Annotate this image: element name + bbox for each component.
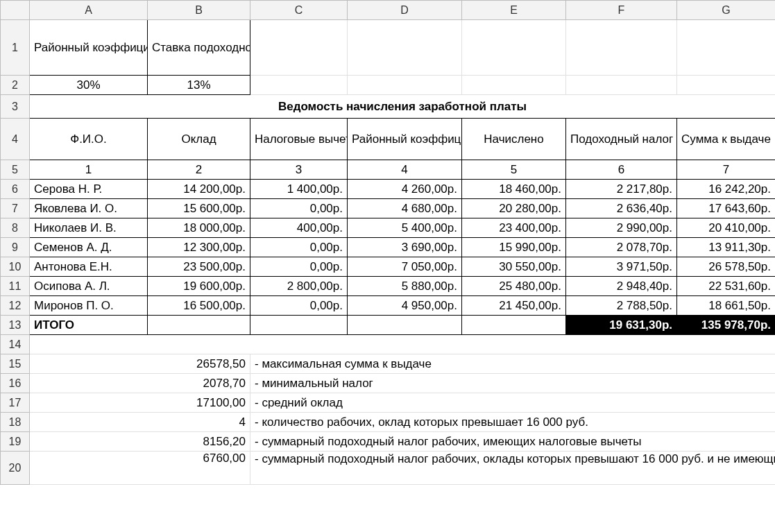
row-header-18[interactable]: 18 xyxy=(1,413,30,432)
cell-G12[interactable]: 18 661,50р. xyxy=(677,296,776,316)
cell-E5[interactable]: 5 xyxy=(462,160,566,180)
cell-E12[interactable]: 21 450,00р. xyxy=(462,296,566,316)
cell-B6[interactable]: 14 200,00р. xyxy=(148,180,250,199)
row-header-17[interactable]: 17 xyxy=(1,393,30,413)
cell-row14[interactable] xyxy=(30,335,776,354)
cell-G6[interactable]: 16 242,20р. xyxy=(677,180,776,199)
cell-G4[interactable]: Сумма к выдаче xyxy=(677,119,776,160)
cell-C7[interactable]: 0,00р. xyxy=(250,199,348,218)
cell-D1[interactable] xyxy=(348,20,462,76)
cell-val-20[interactable]: 6760,00 xyxy=(30,452,250,485)
cell-F7[interactable]: 2 636,40р. xyxy=(566,199,677,218)
cell-C2[interactable] xyxy=(250,76,348,95)
cell-desc-15[interactable]: - максимальная сумма к выдаче xyxy=(250,354,776,374)
cell-F13[interactable]: 19 631,30р. xyxy=(566,316,677,335)
cell-A6[interactable]: Серова Н. Р. xyxy=(30,180,148,199)
cell-E8[interactable]: 23 400,00р. xyxy=(462,218,566,238)
cell-B13[interactable] xyxy=(148,316,250,335)
cell-D12[interactable]: 4 950,00р. xyxy=(348,296,462,316)
cell-A7[interactable]: Яковлева И. О. xyxy=(30,199,148,218)
cell-F12[interactable]: 2 788,50р. xyxy=(566,296,677,316)
row-header-15[interactable]: 15 xyxy=(1,354,30,374)
cell-D8[interactable]: 5 400,00р. xyxy=(348,218,462,238)
col-header-F[interactable]: F xyxy=(566,1,677,20)
cell-B9[interactable]: 12 300,00р. xyxy=(148,238,250,257)
cell-B8[interactable]: 18 000,00р. xyxy=(148,218,250,238)
cell-E1[interactable] xyxy=(462,20,566,76)
cell-C6[interactable]: 1 400,00р. xyxy=(250,180,348,199)
cell-B2[interactable]: 13% xyxy=(148,76,250,95)
row-header-12[interactable]: 12 xyxy=(1,296,30,316)
cell-F5[interactable]: 6 xyxy=(566,160,677,180)
cell-E11[interactable]: 25 480,00р. xyxy=(462,277,566,296)
cell-C13[interactable] xyxy=(250,316,348,335)
cell-G5[interactable]: 7 xyxy=(677,160,776,180)
cell-desc-17[interactable]: - средний оклад xyxy=(250,393,776,413)
row-header-6[interactable]: 6 xyxy=(1,180,30,199)
cell-G13[interactable]: 135 978,70р. xyxy=(677,316,776,335)
cell-B11[interactable]: 19 600,00р. xyxy=(148,277,250,296)
cell-E7[interactable]: 20 280,00р. xyxy=(462,199,566,218)
cell-A10[interactable]: Антонова Е.Н. xyxy=(30,257,148,277)
row-header-11[interactable]: 11 xyxy=(1,277,30,296)
cell-F1[interactable] xyxy=(566,20,677,76)
cell-D4[interactable]: Районный коэффициент xyxy=(348,119,462,160)
cell-C11[interactable]: 2 800,00р. xyxy=(250,277,348,296)
cell-E4[interactable]: Начислено xyxy=(462,119,566,160)
cell-D2[interactable] xyxy=(348,76,462,95)
row-header-16[interactable]: 16 xyxy=(1,374,30,393)
cell-C8[interactable]: 400,00р. xyxy=(250,218,348,238)
cell-D10[interactable]: 7 050,00р. xyxy=(348,257,462,277)
cell-B1[interactable]: Ставка подоходного налога ( n) xyxy=(148,20,250,76)
row-header-3[interactable]: 3 xyxy=(1,95,30,119)
spreadsheet[interactable]: A B C D E F G 1 Районный коэффициент (k)… xyxy=(0,0,775,485)
cell-C12[interactable]: 0,00р. xyxy=(250,296,348,316)
cell-E6[interactable]: 18 460,00р. xyxy=(462,180,566,199)
cell-D9[interactable]: 3 690,00р. xyxy=(348,238,462,257)
col-header-G[interactable]: G xyxy=(677,1,776,20)
row-header-9[interactable]: 9 xyxy=(1,238,30,257)
col-header-E[interactable]: E xyxy=(462,1,566,20)
col-header-B[interactable]: B xyxy=(148,1,250,20)
cell-C9[interactable]: 0,00р. xyxy=(250,238,348,257)
cell-G8[interactable]: 20 410,00р. xyxy=(677,218,776,238)
cell-B7[interactable]: 15 600,00р. xyxy=(148,199,250,218)
col-header-A[interactable]: A xyxy=(30,1,148,20)
cell-A8[interactable]: Николаев И. В. xyxy=(30,218,148,238)
cell-G10[interactable]: 26 578,50р. xyxy=(677,257,776,277)
cell-B12[interactable]: 16 500,00р. xyxy=(148,296,250,316)
cell-B5[interactable]: 2 xyxy=(148,160,250,180)
cell-A1[interactable]: Районный коэффициент (k) xyxy=(30,20,148,76)
row-header-14[interactable]: 14 xyxy=(1,335,30,354)
cell-C10[interactable]: 0,00р. xyxy=(250,257,348,277)
cell-F2[interactable] xyxy=(566,76,677,95)
cell-C1[interactable] xyxy=(250,20,348,76)
row-header-2[interactable]: 2 xyxy=(1,76,30,95)
cell-A12[interactable]: Миронов П. О. xyxy=(30,296,148,316)
cell-A4[interactable]: Ф.И.О. xyxy=(30,119,148,160)
cell-val-18[interactable]: 4 xyxy=(30,413,250,432)
cell-title[interactable]: Ведомость начисления заработной платы xyxy=(30,95,776,119)
col-header-D[interactable]: D xyxy=(348,1,462,20)
row-header-1[interactable]: 1 xyxy=(1,20,30,76)
cell-val-16[interactable]: 2078,70 xyxy=(30,374,250,393)
cell-G9[interactable]: 13 911,30р. xyxy=(677,238,776,257)
cell-D7[interactable]: 4 680,00р. xyxy=(348,199,462,218)
cell-B4[interactable]: Оклад xyxy=(148,119,250,160)
cell-E9[interactable]: 15 990,00р. xyxy=(462,238,566,257)
cell-C5[interactable]: 3 xyxy=(250,160,348,180)
corner-cell[interactable] xyxy=(1,1,30,20)
cell-A9[interactable]: Семенов А. Д. xyxy=(30,238,148,257)
cell-val-15[interactable]: 26578,50 xyxy=(30,354,250,374)
cell-D11[interactable]: 5 880,00р. xyxy=(348,277,462,296)
cell-G1[interactable] xyxy=(677,20,776,76)
cell-B10[interactable]: 23 500,00р. xyxy=(148,257,250,277)
row-header-13[interactable]: 13 xyxy=(1,316,30,335)
cell-G7[interactable]: 17 643,60р. xyxy=(677,199,776,218)
cell-F8[interactable]: 2 990,00р. xyxy=(566,218,677,238)
cell-F4[interactable]: Подоходный налог xyxy=(566,119,677,160)
cell-F10[interactable]: 3 971,50р. xyxy=(566,257,677,277)
cell-A5[interactable]: 1 xyxy=(30,160,148,180)
cell-D5[interactable]: 4 xyxy=(348,160,462,180)
cell-E2[interactable] xyxy=(462,76,566,95)
